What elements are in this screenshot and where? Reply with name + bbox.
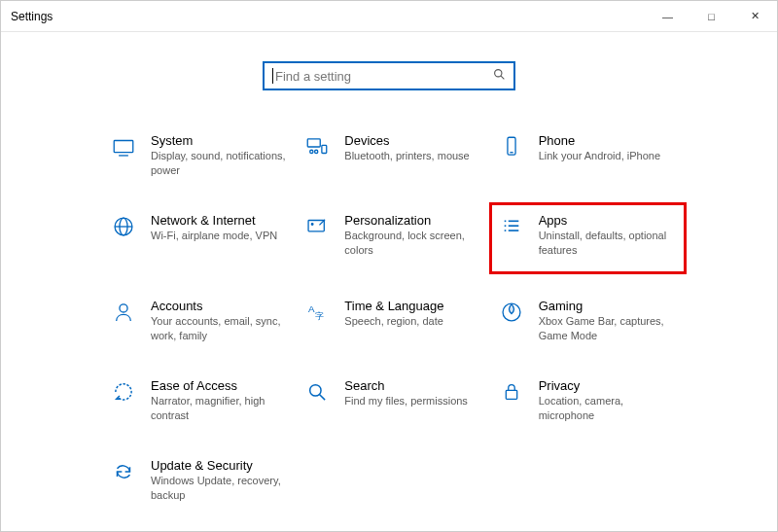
tile-system[interactable]: System Display, sound, notifications, po… [108,129,292,182]
tile-desc: Speech, region, date [344,314,443,329]
tile-devices[interactable]: Devices Bluetooth, printers, mouse [301,129,485,182]
globe-icon [110,213,137,240]
svg-rect-2 [114,141,133,153]
tile-desc: Find my files, permissions [344,394,468,408]
tile-apps[interactable]: Apps Uninstall, defaults, optional featu… [496,209,680,267]
tile-privacy[interactable]: Privacy Location, camera, microphone [496,374,680,427]
tile-title: Phone [539,133,660,149]
tile-desc: Your accounts, email, sync, work, family [151,314,287,343]
titlebar: Settings ― □ ✕ [1,1,777,32]
tile-title: Devices [344,133,469,149]
language-icon: A字 [303,299,331,326]
tile-title: Search [344,378,468,394]
tile-desc: Narrator, magnifier, high contrast [151,394,287,423]
tile-desc: Wi-Fi, airplane mode, VPN [151,229,277,243]
tile-title: Network & Internet [151,213,277,229]
maximize-button[interactable]: □ [690,2,733,31]
svg-line-1 [501,76,504,79]
tile-title: Privacy [539,378,675,394]
tile-accounts[interactable]: Accounts Your accounts, email, sync, wor… [108,295,292,347]
tile-network[interactable]: Network & Internet Wi-Fi, airplane mode,… [108,209,292,267]
tile-desc: Bluetooth, printers, mouse [344,149,469,163]
tile-search[interactable]: Search Find my files, permissions [301,374,485,427]
window-controls: ― □ ✕ [646,2,777,31]
search-placeholder: Find a setting [275,69,493,84]
tile-desc: Uninstall, defaults, optional features [539,229,674,258]
lock-icon [498,378,525,406]
svg-text:A: A [308,303,315,314]
tile-title: Accounts [151,299,287,314]
svg-point-0 [495,70,502,77]
tile-phone[interactable]: Phone Link your Android, iPhone [496,129,680,182]
tile-desc: Background, lock screen, colors [344,229,480,258]
system-icon [110,133,137,160]
tile-desc: Display, sound, notifications, power [151,149,287,178]
window-title: Settings [11,10,646,23]
svg-rect-27 [506,390,516,399]
svg-rect-4 [308,139,321,147]
devices-icon [303,133,331,160]
tile-ease-of-access[interactable]: Ease of Access Narrator, magnifier, high… [108,374,292,427]
tile-title: Personalization [344,213,480,229]
tile-title: Time & Language [344,299,443,314]
minimize-button[interactable]: ― [646,2,690,31]
search-input[interactable]: Find a setting [263,61,515,90]
update-icon [110,458,137,485]
brush-icon [303,213,331,240]
tile-title: System [151,133,287,149]
svg-point-14 [312,224,314,226]
search-icon [493,68,506,84]
tile-desc: Xbox Game Bar, captures, Game Mode [539,314,675,343]
search-wrap: Find a setting [20,61,758,90]
svg-rect-5 [322,145,327,153]
text-cursor [272,68,273,84]
close-button[interactable]: ✕ [733,2,777,31]
settings-home: Find a setting System Display, sound, no… [1,32,777,516]
svg-point-7 [315,150,318,153]
search-tile-icon [303,378,331,406]
tile-desc: Link your Android, iPhone [539,149,660,163]
apps-icon [498,213,525,240]
tile-personalization[interactable]: Personalization Background, lock screen,… [301,209,485,267]
ease-icon [110,378,137,406]
tile-time-language[interactable]: A字 Time & Language Speech, region, date [301,295,485,347]
tile-title: Gaming [539,299,675,314]
svg-point-21 [120,304,127,312]
gaming-icon [498,299,525,326]
tile-desc: Location, camera, microphone [539,394,675,423]
tile-title: Ease of Access [151,378,287,394]
tile-desc: Windows Update, recovery, backup [151,474,287,503]
person-icon [110,299,137,326]
tile-gaming[interactable]: Gaming Xbox Game Bar, captures, Game Mod… [496,295,680,347]
tile-update-security[interactable]: Update & Security Windows Update, recove… [108,454,292,507]
svg-line-26 [320,394,326,400]
settings-grid: System Display, sound, notifications, po… [20,129,758,507]
svg-point-6 [310,150,313,153]
tile-title: Update & Security [151,458,287,474]
svg-text:字: 字 [316,311,325,321]
phone-icon [498,133,525,160]
tile-title: Apps [539,213,674,229]
svg-point-25 [310,385,321,396]
